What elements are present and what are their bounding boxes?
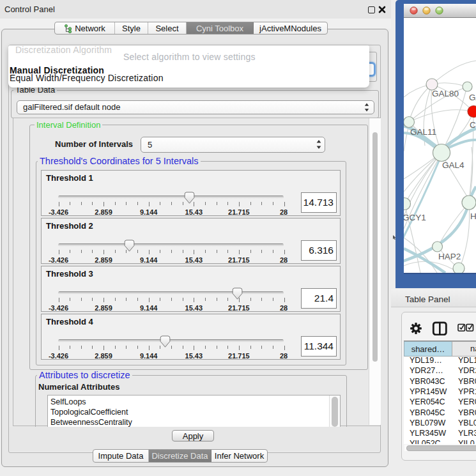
svg-text:HAP2: HAP2	[438, 252, 461, 261]
svg-text:GCY1: GCY1	[404, 213, 426, 222]
svg-text:GA: GA	[469, 93, 476, 102]
svg-text:CR: CR	[470, 120, 476, 130]
svg-text:GAL4: GAL4	[442, 160, 464, 170]
svg-text:H: H	[470, 211, 476, 221]
svg-text:GAL11: GAL11	[410, 127, 436, 137]
svg-text:GAL80: GAL80	[432, 89, 459, 98]
